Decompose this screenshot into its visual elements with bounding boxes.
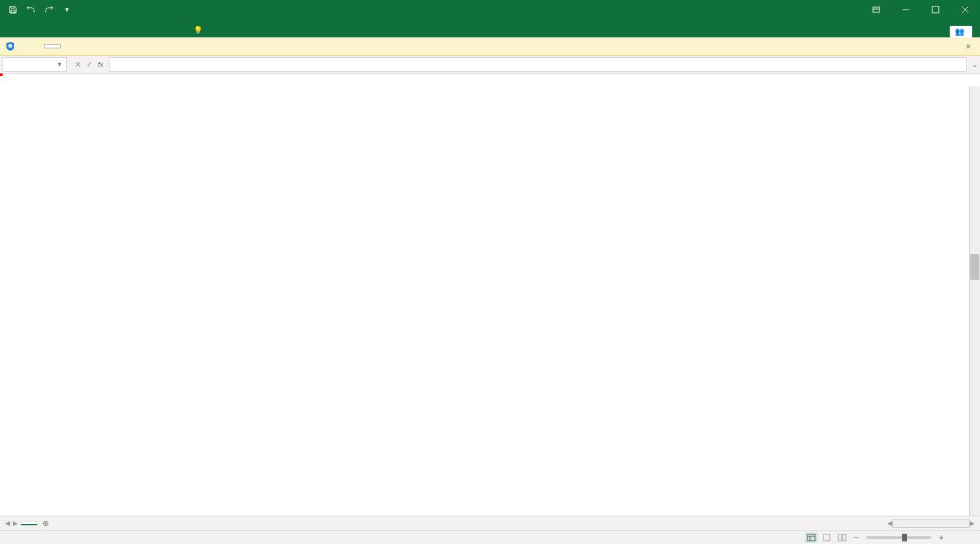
qat-customize-button[interactable]: ▼ [59, 2, 75, 17]
tab-home[interactable] [23, 32, 44, 37]
zoom-thumb[interactable] [902, 534, 907, 541]
enable-editing-button[interactable] [44, 44, 61, 48]
sheet-nav-prev[interactable]: ◀ [5, 520, 10, 527]
share-icon: 👥 [955, 27, 965, 36]
expand-formula-button[interactable]: ⌄ [970, 60, 980, 69]
tab-developer[interactable] [168, 32, 188, 37]
vertical-scrollbar[interactable] [969, 86, 980, 516]
ribbon-display-button[interactable] [861, 0, 891, 19]
quick-access-toolbar: ▼ [0, 2, 80, 17]
sheet-tab-active[interactable] [21, 521, 37, 525]
horizontal-scrollbar[interactable] [892, 519, 970, 528]
tab-formulas[interactable] [85, 32, 106, 37]
formula-bar: ▼ ✕ ✓ fx ⌄ [0, 55, 980, 73]
svg-text:i: i [10, 44, 10, 48]
tab-file[interactable] [3, 32, 23, 37]
fx-icon[interactable]: fx [98, 61, 104, 68]
highlight-rectangle [0, 73, 3, 76]
zoom-in-button[interactable]: + [936, 532, 946, 543]
maximize-button[interactable] [921, 0, 950, 19]
protected-view-bar: i × [0, 37, 980, 55]
window-controls [861, 0, 980, 19]
status-bar: − + [0, 530, 980, 544]
svg-rect-12 [838, 534, 841, 541]
svg-rect-13 [843, 534, 846, 541]
minimize-button[interactable] [891, 0, 921, 19]
tab-data[interactable] [106, 32, 126, 37]
close-button[interactable] [950, 0, 980, 19]
name-box[interactable]: ▼ [3, 57, 67, 72]
shield-icon: i [5, 41, 15, 52]
grid-area [0, 73, 980, 516]
zoom-out-button[interactable]: − [851, 532, 861, 543]
view-page-break-button[interactable] [836, 532, 849, 543]
svg-rect-11 [823, 534, 830, 541]
lightbulb-icon: 💡 [193, 26, 203, 35]
tab-view[interactable] [147, 32, 168, 37]
formula-input[interactable] [109, 57, 967, 72]
cancel-formula-button[interactable]: ✕ [75, 60, 81, 69]
zoom-slider[interactable] [867, 536, 931, 539]
selection-border [0, 73, 3, 76]
svg-rect-8 [807, 534, 815, 541]
titlebar: ▼ [0, 0, 980, 19]
undo-button[interactable] [23, 2, 39, 17]
sheet-nav-next[interactable]: ▶ [13, 520, 18, 527]
sheet-nav: ◀ ▶ [3, 520, 21, 527]
add-sheet-button[interactable]: ⊕ [37, 518, 54, 529]
save-button[interactable] [5, 2, 21, 17]
close-bar-button[interactable]: × [962, 41, 975, 52]
share-button[interactable]: 👥 [950, 26, 972, 37]
scrollbar-thumb[interactable] [970, 254, 979, 280]
hscroll-right[interactable]: ▶ [970, 520, 975, 527]
sheet-tabs-bar: ◀ ▶ ⊕ ◀ ▶ [0, 516, 980, 530]
svg-rect-3 [932, 6, 939, 13]
chevron-down-icon[interactable]: ▼ [57, 61, 62, 68]
svg-rect-0 [873, 7, 879, 12]
tell-me-search[interactable]: 💡 [188, 23, 211, 37]
tab-review[interactable] [126, 32, 147, 37]
formula-controls: ✕ ✓ fx [70, 60, 109, 69]
view-page-layout-button[interactable] [820, 532, 833, 543]
ribbon-tabs: 💡 👥 [0, 19, 980, 37]
tab-page-layout[interactable] [64, 32, 85, 37]
redo-button[interactable] [41, 2, 57, 17]
enter-formula-button[interactable]: ✓ [86, 60, 93, 69]
view-normal-button[interactable] [805, 532, 818, 543]
hscroll-left[interactable]: ◀ [887, 520, 892, 527]
tab-insert[interactable] [44, 32, 64, 37]
